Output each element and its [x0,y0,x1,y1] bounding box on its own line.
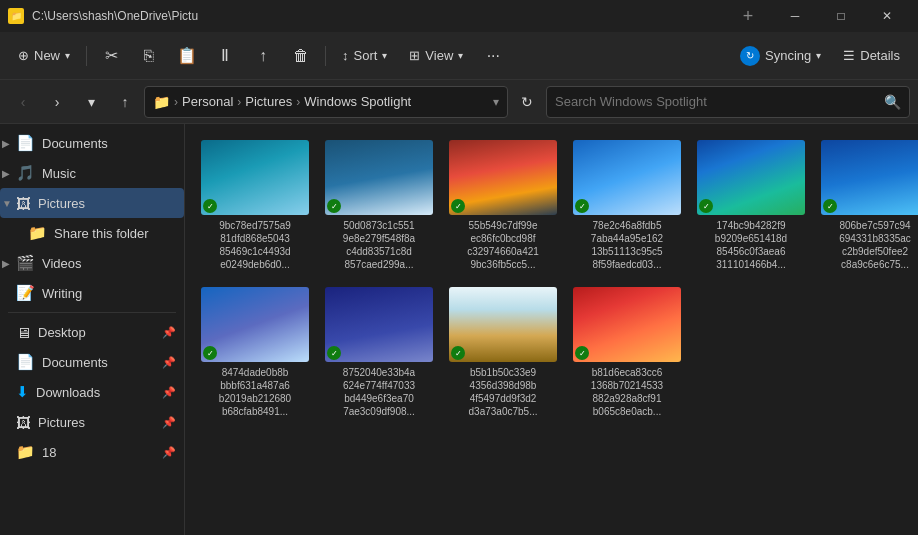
expand-icon: ▼ [2,198,12,209]
file-thumbnail-9: ✓ [325,287,433,362]
syncing-chevron-icon: ▾ [816,50,821,61]
sync-icon: ↻ [740,46,760,66]
view-icon: ⊞ [409,48,420,63]
sync-badge-1: ✓ [203,199,217,213]
sort-button[interactable]: ↕ Sort ▾ [332,38,397,74]
paste-button[interactable]: 📋 [169,38,205,74]
breadcrumb-spotlight[interactable]: Windows Spotlight [304,94,411,109]
sidebar-item-documents-bot[interactable]: 📄 Documents 📌 [0,347,184,377]
file-item-6[interactable]: ✓806be7c597c94 694331b8335ac c2b9def50fe… [817,136,918,275]
music-icon: 🎵 [16,164,35,182]
file-name-6: 806be7c597c94 694331b8335ac c2b9def50fee… [839,219,911,271]
downloads-icon: ⬇ [16,383,29,401]
sidebar-item-desktop[interactable]: 🖥 Desktop 📌 [0,317,184,347]
videos-icon: 🎬 [16,254,35,272]
sidebar-item-writing[interactable]: 📝 Writing [0,278,184,308]
more-button[interactable]: ··· [475,38,511,74]
breadcrumb[interactable]: 📁 › Personal › Pictures › Windows Spotli… [144,86,508,118]
breadcrumb-pictures[interactable]: Pictures [245,94,292,109]
refresh-button[interactable]: ↻ [512,87,542,117]
sync-badge-2: ✓ [327,199,341,213]
search-bar[interactable]: 🔍 [546,86,910,118]
view-button[interactable]: ⊞ View ▾ [399,38,473,74]
file-item-8[interactable]: ✓8474dade0b8b bbbf631a487a6 b2019ab21268… [197,283,313,422]
file-item-3[interactable]: ✓55b549c7df99e ec86fc0bcd98f c32974660a4… [445,136,561,275]
syncing-button[interactable]: ↻ Syncing ▾ [730,38,831,74]
delete-button[interactable]: 🗑 [283,38,319,74]
view-chevron-icon: ▾ [458,50,463,61]
breadcrumb-sep-1: › [174,95,178,109]
up-button[interactable]: ↑ [110,87,140,117]
file-item-10[interactable]: ✓b5b1b50c33e9 4356d398d98b 4f5497dd9f3d2… [445,283,561,422]
file-thumbnail-3: ✓ [449,140,557,215]
file-item-9[interactable]: ✓8752040e33b4a 624e774ff47033 bd449e6f3e… [321,283,437,422]
breadcrumb-personal[interactable]: Personal [182,94,233,109]
sync-badge-5: ✓ [699,199,713,213]
breadcrumb-sep-2: › [237,95,241,109]
details-icon: ☰ [843,48,855,63]
pin-icon-4: 📌 [162,416,176,429]
desktop-icon: 🖥 [16,324,31,341]
breadcrumb-dropdown-icon[interactable]: ▾ [493,95,499,109]
sync-badge-9: ✓ [327,346,341,360]
new-button[interactable]: ⊕ New ▾ [8,38,80,74]
expand-icon: ▶ [2,258,10,269]
file-thumbnail-5: ✓ [697,140,805,215]
file-grid: ✓9bc78ed7575a9 81dfd868e5043 85469c1c449… [197,136,906,422]
file-thumbnail-4: ✓ [573,140,681,215]
search-input[interactable] [555,94,878,109]
new-chevron-icon: ▾ [65,50,70,61]
pin-icon-3: 📌 [162,386,176,399]
toolbar-separator-1 [86,46,87,66]
sync-badge-8: ✓ [203,346,217,360]
documents-icon-2: 📄 [16,353,35,371]
sidebar-item-pictures-bot[interactable]: 🖼 Pictures 📌 [0,407,184,437]
share-button[interactable]: ↑ [245,38,281,74]
cut-button[interactable]: ✂ [93,38,129,74]
file-item-1[interactable]: ✓9bc78ed7575a9 81dfd868e5043 85469c1c449… [197,136,313,275]
sidebar-item-pictures[interactable]: ▼ 🖼 Pictures [0,188,184,218]
sidebar-item-documents-top[interactable]: ▶ 📄 Documents [0,128,184,158]
file-thumbnail-10: ✓ [449,287,557,362]
pictures-icon: 🖼 [16,195,31,212]
writing-icon: 📝 [16,284,35,302]
file-item-4[interactable]: ✓78e2c46a8fdb5 7aba44a95e162 13b51113c95… [569,136,685,275]
back-button[interactable]: ‹ [8,87,38,117]
expand-icon: ▶ [2,168,10,179]
app-icon: 📁 [8,8,24,24]
sync-badge-11: ✓ [575,346,589,360]
sidebar-item-share-folder[interactable]: 📁 Share this folder [0,218,184,248]
pin-icon-2: 📌 [162,356,176,369]
maximize-button[interactable]: □ [818,0,864,32]
new-tab-button[interactable]: + [732,0,764,32]
content-area: ✓9bc78ed7575a9 81dfd868e5043 85469c1c449… [185,124,918,535]
details-button[interactable]: ☰ Details [833,38,910,74]
address-bar: ‹ › ▾ ↑ 📁 › Personal › Pictures › Window… [0,80,918,124]
forward-button[interactable]: › [42,87,72,117]
sidebar-divider [8,312,176,313]
search-icon: 🔍 [884,94,901,110]
minimize-button[interactable]: ─ [772,0,818,32]
toolbar: ⊕ New ▾ ✂ ⎘ 📋 Ⅱ ↑ 🗑 ↕ Sort ▾ ⊞ View ▾ ··… [0,32,918,80]
sync-badge-10: ✓ [451,346,465,360]
close-button[interactable]: ✕ [864,0,910,32]
pin-icon: 📌 [162,326,176,339]
sidebar-item-videos[interactable]: ▶ 🎬 Videos [0,248,184,278]
file-name-3: 55b549c7df99e ec86fc0bcd98f c32974660a42… [467,219,539,271]
recent-button[interactable]: ▾ [76,87,106,117]
sync-badge-3: ✓ [451,199,465,213]
file-thumbnail-6: ✓ [821,140,918,215]
file-item-2[interactable]: ✓50d0873c1c551 9e8e279f548f8a c4dd83571c… [321,136,437,275]
sidebar-item-music[interactable]: ▶ 🎵 Music [0,158,184,188]
sidebar-item-downloads[interactable]: ⬇ Downloads 📌 [0,377,184,407]
file-item-11[interactable]: ✓b81d6eca83cc6 1368b70214533 882a928a8cf… [569,283,685,422]
pictures-icon-2: 🖼 [16,414,31,431]
rename-button[interactable]: Ⅱ [207,38,243,74]
breadcrumb-folder-icon: 📁 [153,94,170,110]
sort-icon: ↕ [342,48,349,63]
file-item-5[interactable]: ✓174bc9b4282f9 b9209e651418d 85456c0f3ae… [693,136,809,275]
sidebar-item-18[interactable]: 📁 18 📌 [0,437,184,467]
file-name-2: 50d0873c1c551 9e8e279f548f8a c4dd83571c8… [343,219,415,271]
copy-button[interactable]: ⎘ [131,38,167,74]
title-bar: 📁 C:\Users\shash\OneDrive\Pictu + ─ □ ✕ [0,0,918,32]
